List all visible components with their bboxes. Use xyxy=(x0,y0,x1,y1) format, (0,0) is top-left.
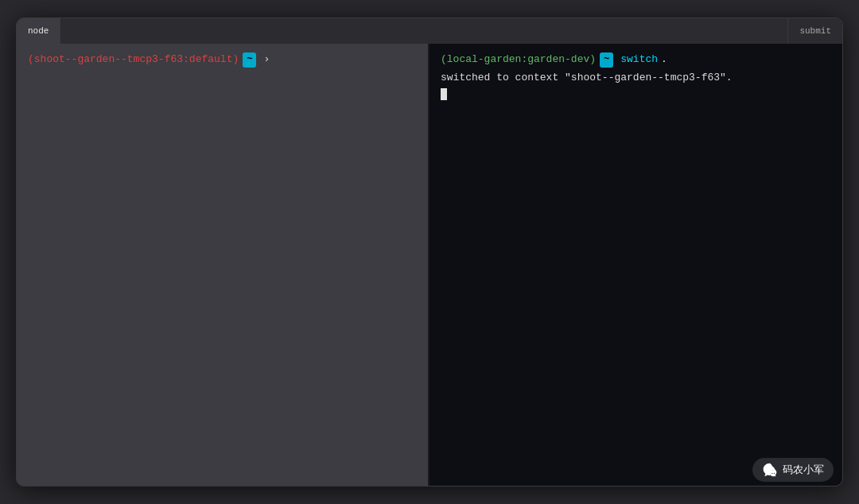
tab-left-label: node xyxy=(28,26,49,36)
left-prompt-arrow: › xyxy=(263,52,270,68)
left-context: (shoot--garden--tmcp3-f63:default) xyxy=(28,52,239,68)
tab-right-label: submit xyxy=(799,26,831,36)
right-context: (local-garden:garden-dev) xyxy=(441,52,596,68)
left-tilde-badge: ~ xyxy=(243,52,256,68)
watermark-text: 码农小军 xyxy=(783,463,824,477)
right-command-arg: . xyxy=(661,52,667,68)
tab-spacer xyxy=(60,18,787,44)
right-prompt-line: (local-garden:garden-dev) ~ switch . xyxy=(441,52,831,68)
panel-right[interactable]: (local-garden:garden-dev) ~ switch . swi… xyxy=(430,44,842,486)
terminal-panels: (shoot--garden--tmcp3-f63:default) ~ › (… xyxy=(17,44,842,486)
right-cursor-line xyxy=(441,87,831,100)
cursor-block xyxy=(441,88,447,100)
left-prompt-line: (shoot--garden--tmcp3-f63:default) ~ › xyxy=(28,52,417,68)
terminal-window: node submit (shoot--garden--tmcp3-f63:de… xyxy=(16,17,843,487)
panel-left[interactable]: (shoot--garden--tmcp3-f63:default) ~ › xyxy=(17,44,430,486)
tab-left[interactable]: node xyxy=(17,18,60,44)
tab-bar: node submit xyxy=(17,18,842,44)
right-output-line: switched to context "shoot--garden--tmcp… xyxy=(441,70,831,87)
wechat-icon xyxy=(762,462,778,478)
watermark: 码农小军 xyxy=(752,458,834,482)
right-command-switch: switch xyxy=(620,52,658,68)
right-tilde-badge: ~ xyxy=(600,52,613,68)
tab-right[interactable]: submit xyxy=(787,18,842,44)
